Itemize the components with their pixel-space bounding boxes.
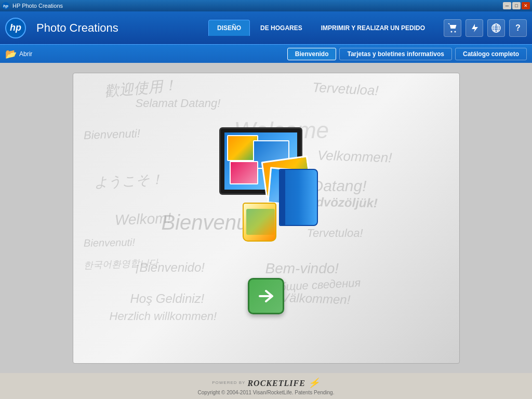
mug-handle	[275, 214, 276, 232]
svg-point-0	[451, 31, 453, 32]
bg-text-11: Bienvenuti!	[83, 236, 135, 249]
mug-design	[246, 209, 275, 235]
minimize-button[interactable]: ─	[503, 2, 511, 9]
bg-text-15: Hoş Geldiniz!	[130, 291, 205, 306]
arrow-right-icon	[256, 286, 276, 307]
toolbar: 📂 Abrir Bienvenido Tarjetas y boletines …	[0, 44, 532, 63]
catalogo-tab[interactable]: Catálogo completo	[455, 48, 527, 60]
hp-logo: hp	[5, 18, 26, 38]
header-icons: ?	[444, 19, 527, 37]
folder-icon: 📂	[5, 48, 17, 60]
bg-text-18: 한국어환영합니다	[83, 256, 158, 271]
bg-text-17: Herzlich willkommen!	[110, 310, 217, 323]
svg-point-1	[455, 31, 456, 32]
footer: POWERED BY RocketLife ⚡ Copyright © 2004…	[0, 373, 532, 399]
product-image	[193, 122, 339, 268]
titlebar: hp HP Photo Creations ─ □ ✕	[0, 0, 532, 11]
hp-logo-text: hp	[10, 22, 21, 33]
close-button[interactable]: ✕	[522, 2, 530, 9]
open-folder[interactable]: 📂 Abrir	[5, 48, 32, 60]
app-title: Photo Creations	[36, 21, 198, 35]
header: hp Photo Creations DISEÑODE HOGARESIMPRI…	[0, 11, 532, 44]
mug-graphic	[243, 203, 279, 244]
globe-icon-button[interactable]	[487, 19, 505, 37]
nav-tab-diseno[interactable]: DISEÑO	[208, 20, 250, 36]
maximize-button[interactable]: □	[512, 2, 521, 9]
cart-icon-button[interactable]	[444, 19, 461, 37]
titlebar-title: HP Photo Creations	[12, 3, 63, 9]
titlebar-controls: ─ □ ✕	[503, 2, 530, 9]
bg-text-6: ようこそ！	[94, 170, 164, 192]
lightning-icon-button[interactable]	[466, 19, 483, 37]
powered-by: POWERED BY RocketLife ⚡	[212, 377, 320, 389]
book-spine	[280, 170, 285, 225]
nav-tabs: DISEÑODE HOGARESIMPRIMIR Y REALIZAR UN P…	[208, 20, 433, 36]
bg-text-9: Welkom!	[114, 210, 171, 229]
bg-text-3: Tervetuloa!	[312, 79, 379, 99]
titlebar-left: hp HP Photo Creations	[2, 2, 63, 9]
bg-text-2: Selamat Datang!	[136, 97, 221, 110]
bienvenido-tab[interactable]: Bienvenido	[287, 48, 337, 60]
tarjetas-tab[interactable]: Tarjetas y boletines informativos	[339, 48, 452, 60]
main-content: 歡迎使用！ Selamat Datang! Tervetuloa! Bienve…	[0, 63, 532, 373]
welcome-card: 歡迎使用！ Selamat Datang! Tervetuloa! Bienve…	[73, 73, 460, 364]
start-button[interactable]	[248, 278, 284, 314]
rocketlife-brand: RocketLife ⚡	[247, 377, 320, 389]
help-icon-button[interactable]: ?	[509, 19, 527, 37]
powered-by-text: POWERED BY	[212, 380, 245, 385]
copyright-text: Copyright © 2004-2011 Visan/RocketLife. …	[198, 390, 335, 395]
nav-tab-imprimir[interactable]: IMPRIMIR Y REALIZAR UN PEDIDO	[313, 20, 433, 36]
book-graphic	[279, 169, 318, 226]
bg-text-4: Bienvenuti!	[83, 127, 140, 142]
open-label: Abrir	[19, 50, 32, 58]
bg-text-1: 歡迎使用！	[103, 75, 178, 101]
titlebar-hp-icon: hp	[2, 2, 9, 9]
mug-body	[243, 203, 276, 242]
bg-text-16: Välkommen!	[281, 290, 350, 307]
nav-tab-hogares[interactable]: DE HOGARES	[252, 20, 311, 36]
